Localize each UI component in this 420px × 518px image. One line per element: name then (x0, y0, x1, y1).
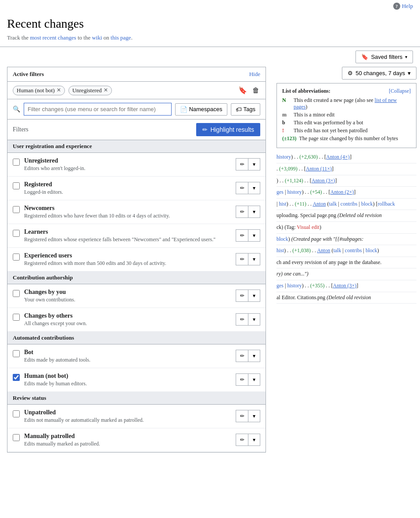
filter-edit-experienced[interactable]: ✏ (236, 253, 248, 265)
abbrev-key-bot: b (282, 120, 291, 126)
change-history-4[interactable]: history (287, 189, 302, 195)
delete-filter-button[interactable]: 🗑 (251, 85, 260, 95)
change-size-4: (+54) (310, 189, 322, 195)
change-link-4[interactable]: ges (276, 189, 284, 195)
change-note-6: (Deleted old revision (337, 212, 382, 218)
filters-label: Filters (13, 126, 29, 133)
filter-checkbox-learners[interactable] (13, 230, 20, 237)
active-filters-bar: Active filters Hide (7, 67, 266, 82)
hide-link[interactable]: Hide (249, 71, 260, 78)
filter-expand-changes-by-others[interactable]: ▾ (248, 313, 260, 326)
section-header-automated: Automated contributions (7, 332, 266, 344)
change-user-1[interactable]: Anton (4×) (326, 154, 350, 160)
filter-checkbox-changes-by-others[interactable] (13, 314, 20, 321)
changes-settings-button[interactable]: ⚙ 50 changes, 7 days ▾ (342, 67, 416, 80)
filter-expand-bot[interactable]: ▾ (248, 350, 260, 362)
this-link[interactable]: this (111, 34, 119, 41)
help-link[interactable]: ? Help (393, 3, 413, 10)
change-ges-12[interactable]: ges (276, 283, 284, 289)
filter-checkbox-manually-patrolled[interactable] (13, 434, 20, 441)
filter-edit-bot[interactable]: ✏ (236, 350, 248, 362)
section-header-contribution: Contribution authorship (7, 272, 266, 284)
change-entry-7: ck) (Tag: Visual edit) (276, 222, 416, 234)
filter-expand-newcomers[interactable]: ▾ (248, 206, 260, 218)
filter-checkbox-unregistered[interactable] (13, 159, 20, 166)
abbrev-collapse-link[interactable]: [Collapse] (389, 88, 411, 94)
filter-edit-registered[interactable]: ✏ (236, 182, 248, 194)
filter-tag-human-close[interactable]: ✕ (57, 87, 61, 94)
most-recent-link[interactable]: most recent (30, 34, 56, 41)
filter-controls-experienced: ✏ ▾ (236, 253, 260, 265)
filter-text-experienced: Experienced users Registered editors wit… (24, 252, 232, 267)
filter-checkbox-newcomers[interactable] (13, 206, 20, 213)
filter-edit-human-not-bot[interactable]: ✏ (236, 373, 248, 386)
filter-expand-registered[interactable]: ▾ (248, 182, 260, 194)
filter-edit-unregistered[interactable]: ✏ (236, 158, 248, 170)
filter-edit-unpatrolled[interactable]: ✏ (236, 410, 248, 422)
filter-desc-registered: Logged-in editors. (24, 189, 232, 196)
change-talk-9[interactable]: talk (333, 247, 341, 254)
change-hist-5[interactable]: hist (279, 201, 286, 207)
filter-checkbox-changes-by-you[interactable] (13, 290, 20, 297)
tags-button[interactable]: 🏷 Tags (231, 103, 260, 116)
filter-name-learners: Learners (24, 228, 232, 235)
search-input[interactable] (24, 103, 172, 116)
filter-tag-unregistered-close[interactable]: ✕ (104, 87, 108, 94)
filter-checkbox-registered[interactable] (13, 182, 20, 189)
tags-label: Tags (244, 106, 255, 112)
change-user-3[interactable]: Anton (3×) (312, 177, 335, 184)
filter-edit-manually-patrolled[interactable]: ✏ (236, 434, 248, 446)
change-rollback-5[interactable]: rollback (378, 201, 395, 207)
change-user-9[interactable]: Anton (317, 247, 330, 254)
filter-item-manually-patrolled: Manually patrolled Edits manually marked… (7, 428, 266, 452)
wiki-link[interactable]: wiki (92, 34, 102, 41)
filter-expand-unregistered[interactable]: ▾ (248, 158, 260, 170)
filter-expand-manually-patrolled[interactable]: ▾ (248, 434, 260, 446)
change-user-12[interactable]: Anton (3×) (333, 283, 357, 289)
filter-name-experienced: Experienced users (24, 252, 232, 259)
filter-checkbox-unpatrolled[interactable] (13, 410, 20, 417)
change-contribs-5[interactable]: contribs (341, 201, 358, 207)
change-entry-10: ch and every revision of any page in the… (276, 257, 416, 269)
change-link-1[interactable]: history (276, 154, 291, 160)
filter-checkbox-bot[interactable] (13, 350, 20, 357)
change-block-5[interactable]: block (361, 201, 373, 207)
filter-expand-learners[interactable]: ▾ (248, 229, 260, 242)
filter-text-unregistered: Unregistered Editors who aren't logged-i… (24, 157, 232, 172)
highlight-results-button[interactable]: ✏ Highlight results (196, 123, 260, 136)
change-user-4[interactable]: Anton (2×) (330, 189, 354, 195)
filter-expand-unpatrolled[interactable]: ▾ (248, 410, 260, 422)
change-history-12[interactable]: history (287, 283, 302, 289)
filter-checkbox-human-not-bot[interactable] (13, 374, 20, 381)
change-size-2: (+3,099) (279, 166, 298, 172)
namespaces-button[interactable]: 📄 Namespaces (175, 103, 227, 116)
filter-expand-changes-by-you[interactable]: ▾ (248, 290, 260, 302)
filter-desc-newcomers: Registered editors who have fewer than 1… (24, 213, 232, 219)
list-new-pages-link[interactable]: list of new pages (294, 97, 397, 110)
page-link[interactable]: page (120, 34, 131, 41)
saved-filters-button[interactable]: 🔖 Saved filters ▾ (355, 51, 413, 63)
save-filter-button[interactable]: 🔖 (237, 85, 248, 95)
change-entry-8: block) (Created page with "{{#subpages: (276, 234, 416, 246)
filter-desc-learners: Registered editors whose experience fall… (24, 236, 232, 243)
change-note-11: ry) one can...") (276, 271, 309, 277)
filter-item-learners: Learners Registered editors whose experi… (7, 224, 266, 248)
filter-checkbox-experienced[interactable] (13, 254, 20, 261)
changes-link[interactable]: changes (58, 34, 76, 41)
change-user-5[interactable]: Anton (312, 201, 326, 207)
change-contribs-9[interactable]: contribs (345, 247, 362, 254)
filter-edit-changes-by-others[interactable]: ✏ (236, 313, 248, 326)
change-block-9[interactable]: block (366, 247, 377, 254)
abbrev-row-bot: b This edit was performed by a bot (282, 120, 411, 126)
change-talk-5[interactable]: talk (329, 201, 337, 207)
filter-expand-experienced[interactable]: ▾ (248, 253, 260, 265)
filter-edit-newcomers[interactable]: ✏ (236, 206, 248, 218)
change-block-8[interactable]: block (276, 236, 288, 242)
filter-desc-human-not-bot: Edits made by human editors. (24, 380, 232, 387)
change-user-2[interactable]: Anton (11×) (306, 166, 332, 172)
filter-expand-human-not-bot[interactable]: ▾ (248, 373, 260, 386)
filter-edit-learners[interactable]: ✏ (236, 229, 248, 242)
filter-controls-changes-by-you: ✏ ▾ (236, 290, 260, 302)
filter-edit-changes-by-you[interactable]: ✏ (236, 290, 248, 302)
change-hist-9[interactable]: hist (276, 247, 284, 254)
